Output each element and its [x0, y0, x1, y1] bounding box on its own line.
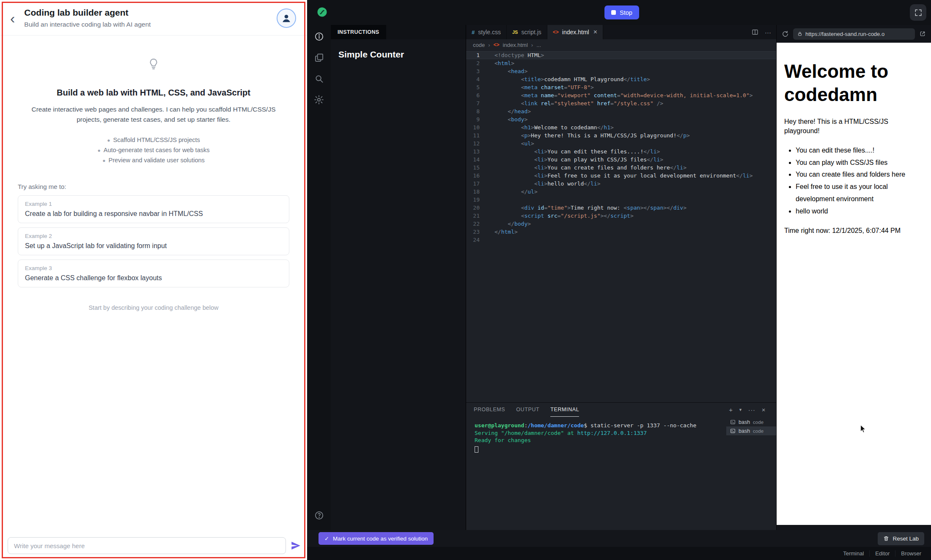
close-tab-icon[interactable]: × [593, 28, 597, 36]
bullet-icon: ● [98, 148, 101, 153]
tab-script-js[interactable]: JS script.js [507, 25, 547, 39]
code-line[interactable]: <h1>Welcome to codedamn</h1> [494, 123, 776, 131]
browser-viewport[interactable]: Welcome to codedamn Hey there! This is a… [777, 43, 931, 525]
reset-lab-button[interactable]: Reset Lab [878, 532, 924, 545]
code-line[interactable]: <li>Feel free to use it as your local de… [494, 172, 776, 180]
code-line[interactable]: <html> [494, 59, 776, 67]
code-line[interactable] [494, 236, 776, 244]
line-number: 1 [466, 51, 480, 59]
fullscreen-button[interactable] [910, 4, 926, 21]
status-terminal[interactable]: Terminal [838, 550, 869, 557]
send-button[interactable] [290, 540, 301, 551]
terminal-session-item-selected[interactable]: bash code [726, 426, 776, 435]
preview-list-item: Feel free to use it as your local develo… [796, 181, 924, 205]
code-line[interactable]: <li>hello world</li> [494, 180, 776, 188]
code-line[interactable]: </ul> [494, 188, 776, 196]
chat-panel: ‹ Coding lab builder agent Build an inte… [0, 0, 307, 560]
line-number: 10 [466, 123, 480, 131]
code-line[interactable]: <!doctype HTML> [494, 51, 776, 59]
code-line[interactable]: <title>codedamn HTML Playground</title> [494, 75, 776, 83]
shell-icon [730, 428, 736, 434]
terminal-cursor [475, 446, 478, 453]
example-card-2[interactable]: Example 2 Set up a JavaScript lab for va… [18, 227, 289, 255]
code-line[interactable]: <div id="time">Time right now: <span></s… [494, 204, 776, 212]
capabilities-list: ●Scaffold HTML/CSS/JS projects ●Auto-gen… [18, 137, 289, 164]
open-external-icon[interactable] [919, 30, 926, 37]
code-line[interactable]: <li>You can edit these files....!</li> [494, 148, 776, 156]
tab-terminal[interactable]: TERMINAL [550, 403, 579, 417]
breadcrumb[interactable]: code › <> index.html › ... [466, 39, 776, 50]
code-line[interactable]: <meta name="viewport" content="width=dev… [494, 91, 776, 99]
refresh-icon[interactable] [782, 30, 789, 38]
avatar[interactable] [277, 8, 296, 28]
preview-intro: Hey there! This is a HTML/CSS/JS playgro… [784, 117, 924, 136]
message-input[interactable] [8, 537, 286, 554]
code-editor[interactable]: 123456789101112131415161718192021222324 … [466, 50, 776, 402]
code-line[interactable]: </body> [494, 220, 776, 228]
preview-list-item: You can edit these files....! [796, 145, 924, 157]
example-card-1[interactable]: Example 1 Create a lab for building a re… [18, 195, 289, 223]
lock-icon [797, 31, 802, 36]
tab-instructions[interactable]: INSTRUCTIONS [331, 25, 386, 39]
tab-style-css[interactable]: # style.css [466, 25, 507, 39]
status-editor[interactable]: Editor [869, 550, 895, 557]
code-line[interactable]: <li>You can create files and folders her… [494, 164, 776, 172]
codedamn-logo[interactable] [317, 7, 327, 17]
css-file-icon: # [472, 29, 475, 36]
tab-index-html[interactable]: <> index.html × [547, 25, 603, 39]
code-line[interactable]: <meta charset="UTF-8"> [494, 83, 776, 91]
code-line[interactable]: <ul> [494, 139, 776, 148]
code-line[interactable]: </head> [494, 107, 776, 115]
user-icon [281, 13, 292, 24]
status-browser[interactable]: Browser [895, 550, 927, 557]
line-number: 19 [466, 196, 480, 204]
line-number: 21 [466, 212, 480, 220]
workspace: Stop [307, 0, 931, 560]
chat-description: Create interactive web pages and challen… [23, 104, 284, 125]
stop-button[interactable]: Stop [604, 5, 639, 19]
code-line[interactable]: <body> [494, 115, 776, 123]
files-icon[interactable] [313, 52, 324, 63]
line-number: 22 [466, 220, 480, 228]
preview-list-item: You can create files and folders here [796, 169, 924, 181]
line-number: 9 [466, 115, 480, 123]
code-line[interactable]: </html> [494, 228, 776, 236]
chat-heading: Build a web lab with HTML, CSS, and Java… [18, 88, 289, 98]
code-line[interactable]: <li>You can play with CSS/JS files</li> [494, 156, 776, 164]
close-panel-icon[interactable]: × [762, 406, 766, 413]
terminal-more-icon[interactable]: ··· [748, 406, 755, 413]
url-field[interactable]: https://fastened-sand.run-code.o [793, 28, 915, 40]
example-card-3[interactable]: Example 3 Generate a CSS challenge for f… [18, 260, 289, 287]
html-file-icon: <> [494, 42, 500, 48]
split-editor-icon[interactable] [752, 29, 758, 36]
chat-input-row [8, 537, 301, 554]
search-icon[interactable] [313, 73, 324, 84]
editor-more-icon[interactable]: ··· [765, 29, 771, 36]
code-line[interactable]: <script src="/script.js"></script> [494, 212, 776, 220]
help-icon[interactable] [313, 510, 324, 521]
example-text: Create a lab for building a responsive n… [25, 210, 282, 218]
code-line[interactable] [494, 196, 776, 204]
chat-subtitle: Build an interactive coding lab with AI … [24, 21, 269, 28]
code-line[interactable]: <link rel="stylesheet" href="/style.css"… [494, 99, 776, 107]
shell-icon [730, 419, 736, 425]
try-asking-label: Try asking me to: [18, 183, 289, 190]
line-number: 2 [466, 59, 480, 67]
example-label: Example 1 [25, 201, 282, 207]
capability-item: ●Scaffold HTML/CSS/JS projects [18, 137, 289, 143]
tab-problems[interactable]: PROBLEMS [474, 403, 505, 417]
terminal-session-item[interactable]: bash code [726, 418, 776, 426]
back-button[interactable]: ‹ [8, 11, 16, 25]
verify-solution-button[interactable]: ✓ Mark current code as verified solution [319, 532, 434, 545]
code-line[interactable]: <head> [494, 67, 776, 75]
new-terminal-icon[interactable]: + [729, 406, 733, 413]
gear-icon[interactable] [313, 94, 324, 105]
chevron-down-icon[interactable]: ▾ [739, 407, 742, 412]
preview-list-item: hello world [796, 205, 924, 218]
info-icon[interactable] [313, 31, 324, 42]
chat-title: Coding lab builder agent [24, 8, 269, 18]
capability-item: ●Auto-generate test cases for web tasks [18, 147, 289, 153]
code-line[interactable]: <p>Hey there! This is a HTML/CSS/JS play… [494, 131, 776, 139]
tab-output[interactable]: OUTPUT [516, 403, 539, 417]
line-number: 6 [466, 91, 480, 99]
